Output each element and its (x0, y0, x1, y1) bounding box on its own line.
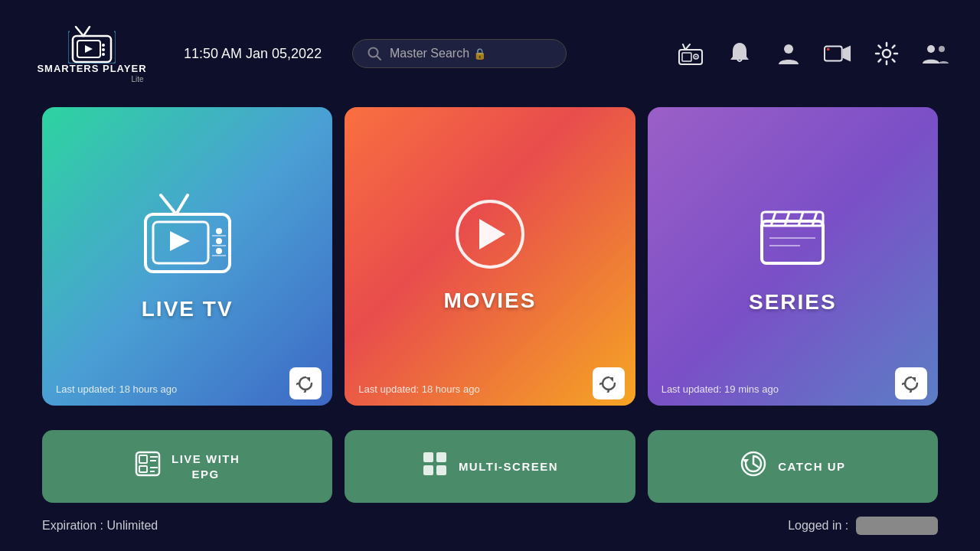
bottom-row: LIVE WITHEPG MULTI-SCREEN CATCH UP (0, 430, 980, 503)
movies-play-icon (456, 200, 524, 269)
svg-marker-34 (305, 377, 310, 382)
movies-updated: Last updated: 18 hours ago (358, 383, 479, 395)
svg-point-5 (102, 44, 105, 47)
play-triangle (479, 219, 505, 249)
multi-screen-icon (422, 451, 448, 482)
expiration-label: Expiration : Unlimited (42, 519, 158, 532)
svg-rect-56 (436, 465, 446, 475)
svg-line-9 (377, 56, 381, 60)
users-icon[interactable] (922, 40, 949, 67)
svg-marker-35 (609, 377, 613, 382)
svg-line-40 (799, 212, 803, 226)
svg-point-30 (216, 248, 222, 254)
logged-in-value (856, 517, 938, 535)
svg-line-41 (812, 212, 817, 226)
search-bar[interactable]: Master Search 🔒 (352, 39, 567, 68)
expiration: Expiration : Unlimited (42, 519, 158, 533)
series-updated: Last updated: 19 mins ago (662, 383, 779, 395)
logo-lite: Lite (37, 75, 146, 83)
multi-screen-label: MULTI-SCREEN (459, 459, 558, 474)
svg-point-21 (927, 45, 935, 53)
svg-rect-36 (762, 221, 823, 263)
live-tv-label: LIVE TV (142, 297, 234, 321)
svg-line-14 (683, 44, 685, 50)
logged-in: Logged in : (788, 517, 938, 535)
live-epg-icon (135, 451, 161, 482)
main-grid: LIVE TV Last updated: 18 hours ago MOVIE… (0, 107, 980, 418)
nav-icons (677, 40, 949, 67)
svg-rect-11 (682, 53, 691, 61)
catch-up-icon (740, 450, 767, 483)
svg-point-16 (784, 44, 793, 54)
live-tv-card[interactable]: LIVE TV Last updated: 18 hours ago (42, 107, 332, 406)
logo-container: SMARTERS PLAYER Lite (31, 24, 153, 83)
svg-point-13 (695, 56, 697, 57)
svg-line-15 (685, 44, 690, 50)
svg-point-6 (102, 48, 105, 51)
logo-name: SMARTERS PLAYER (37, 64, 146, 74)
radio-icon[interactable] (677, 40, 704, 67)
catch-up-label: CATCH UP (778, 459, 845, 474)
svg-marker-45 (911, 377, 916, 382)
search-placeholder: Master Search 🔒 (390, 47, 486, 60)
svg-rect-55 (423, 465, 433, 475)
header: SMARTERS PLAYER Lite 11:50 AM Jan 05,202… (0, 0, 980, 107)
live-tv-refresh-button[interactable] (289, 367, 322, 399)
svg-point-28 (216, 228, 222, 234)
svg-line-24 (176, 195, 188, 214)
live-epg-label: LIVE WITHEPG (172, 452, 240, 481)
svg-marker-58 (743, 459, 749, 464)
svg-point-7 (102, 53, 105, 56)
svg-point-29 (216, 238, 222, 244)
svg-rect-54 (436, 452, 446, 462)
svg-line-23 (161, 195, 176, 214)
svg-line-1 (83, 27, 90, 36)
series-label: SERIES (749, 290, 837, 315)
profile-icon[interactable] (775, 40, 802, 67)
svg-point-19 (827, 47, 830, 51)
live-tv-updated: Last updated: 18 hours ago (56, 383, 177, 395)
svg-line-0 (76, 27, 83, 36)
series-card[interactable]: SERIES Last updated: 19 mins ago (648, 107, 938, 406)
svg-marker-18 (843, 46, 851, 62)
datetime: 11:50 AM Jan 05,2022 (184, 46, 337, 62)
svg-point-22 (939, 46, 945, 52)
svg-rect-53 (423, 452, 433, 462)
svg-point-20 (883, 50, 890, 57)
live-epg-card[interactable]: LIVE WITHEPG (42, 430, 332, 503)
series-refresh-button[interactable] (895, 367, 927, 399)
svg-line-39 (785, 212, 789, 226)
svg-line-38 (771, 212, 776, 226)
search-icon (367, 46, 382, 61)
logo-icon (68, 24, 116, 64)
svg-marker-27 (170, 231, 190, 251)
live-tv-icon (138, 191, 237, 279)
svg-line-60 (753, 464, 758, 467)
lock-icon: 🔒 (473, 47, 486, 60)
svg-marker-4 (85, 45, 93, 53)
settings-icon[interactable] (873, 40, 900, 67)
expiration-value: Unlimited (107, 519, 158, 532)
footer: Expiration : Unlimited Logged in : (0, 503, 980, 535)
multi-screen-card[interactable]: MULTI-SCREEN (345, 430, 635, 503)
svg-rect-47 (139, 455, 147, 463)
movies-refresh-button[interactable] (593, 367, 625, 399)
bell-icon[interactable] (726, 40, 753, 67)
record-icon[interactable] (824, 40, 851, 67)
catch-up-card[interactable]: CATCH UP (648, 430, 938, 503)
logged-in-label: Logged in : (788, 519, 848, 533)
movies-label: MOVIES (444, 289, 537, 313)
svg-rect-48 (139, 466, 147, 472)
movies-card[interactable]: MOVIES Last updated: 18 hours ago (345, 107, 635, 406)
series-icon (754, 198, 831, 270)
